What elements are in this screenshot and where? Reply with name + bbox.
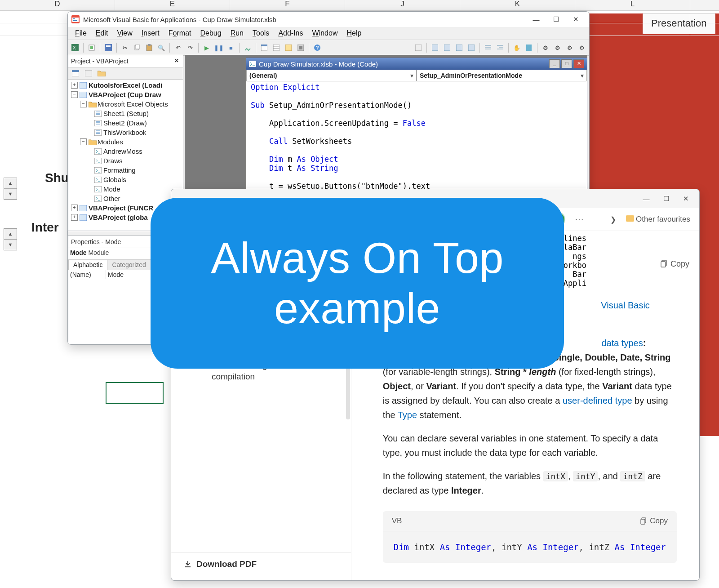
minimize-button[interactable]: _ <box>549 59 560 68</box>
close-button[interactable]: ✕ <box>676 192 696 205</box>
toolbar-icon[interactable] <box>442 42 453 53</box>
spinner-control[interactable]: ▲▼ <box>4 228 17 250</box>
maximize-button[interactable]: ☐ <box>656 192 676 205</box>
tree-module[interactable]: Draws <box>103 157 123 165</box>
menu-run[interactable]: Run <box>226 27 248 39</box>
find-icon[interactable]: 🔍 <box>156 42 167 53</box>
tree-module[interactable]: AndrewMoss <box>103 147 142 155</box>
link-type[interactable]: Type <box>398 410 417 420</box>
vba-titlebar[interactable]: Microsoft Visual Basic for Applications … <box>68 12 589 27</box>
svg-rect-51 <box>94 196 102 202</box>
col-header[interactable]: M <box>690 0 719 10</box>
maximize-button[interactable]: □ <box>561 59 572 68</box>
cut-icon[interactable]: ✂ <box>120 42 130 53</box>
menu-view[interactable]: View <box>112 27 137 39</box>
reset-icon[interactable]: ■ <box>226 42 236 53</box>
link-data-types[interactable]: data types <box>601 338 643 348</box>
menu-debug[interactable]: Debug <box>196 27 226 39</box>
menu-window[interactable]: Window <box>308 27 342 39</box>
minimize-button[interactable]: — <box>526 13 546 26</box>
procedure-dropdown[interactable]: Setup_AdminOrPresentationMode <box>417 70 587 81</box>
object-browser-icon[interactable] <box>283 42 294 53</box>
hand-icon[interactable]: ✋ <box>511 42 522 53</box>
toolbar-icon[interactable] <box>454 42 465 53</box>
paste-icon[interactable] <box>144 42 155 53</box>
toolbar-icon[interactable] <box>430 42 440 53</box>
tree-module[interactable]: Formatting <box>103 166 136 174</box>
design-mode-icon[interactable] <box>242 42 253 53</box>
close-button[interactable]: ✕ <box>566 13 586 26</box>
tab-alphabetic[interactable]: Alphabetic <box>68 260 107 270</box>
tab-categorized[interactable]: Categorized <box>107 260 151 270</box>
undo-icon[interactable]: ↶ <box>173 42 183 53</box>
col-header[interactable]: E <box>115 0 230 10</box>
svg-rect-38 <box>94 120 102 126</box>
menu-insert[interactable]: Insert <box>137 27 164 39</box>
object-dropdown[interactable]: (General) <box>246 70 417 81</box>
more-icon[interactable]: ··· <box>575 215 584 224</box>
close-icon[interactable]: ✕ <box>173 58 180 65</box>
copy-button[interactable]: Copy <box>640 515 668 527</box>
tree-module[interactable]: Mode <box>103 185 120 193</box>
selected-cell[interactable] <box>106 382 164 404</box>
toolbar-icon[interactable]: ⚙ <box>577 42 587 53</box>
tree-project[interactable]: VBAProject (FUNCR <box>89 204 153 212</box>
close-button[interactable]: ✕ <box>573 59 584 68</box>
code-inline: intZ <box>620 471 645 481</box>
toolbar-excel-icon[interactable]: X <box>70 42 80 53</box>
link-udt[interactable]: user-defined type <box>563 396 632 405</box>
toolbar-icon[interactable]: ⚙ <box>552 42 563 53</box>
menu-edit[interactable]: Edit <box>91 27 113 39</box>
menu-tools[interactable]: Tools <box>248 27 274 39</box>
copy-icon[interactable] <box>132 42 142 53</box>
chevron-right-icon[interactable]: ❯ <box>610 215 616 224</box>
tree-sheet[interactable]: Sheet2 (Draw) <box>103 119 147 127</box>
minimize-button[interactable]: — <box>636 192 656 205</box>
favourites-folder[interactable]: Other favourites <box>626 215 690 224</box>
tree-folder[interactable]: Microsoft Excel Objects <box>98 100 168 108</box>
properties-icon[interactable] <box>271 42 282 53</box>
view-code-icon[interactable] <box>70 68 81 79</box>
menu-file[interactable]: File <box>71 27 91 39</box>
tree-workbook[interactable]: ThisWorkbook <box>103 129 146 136</box>
code-window-titlebar[interactable]: Cup Draw Simulator.xlsb - Mode (Code) _ … <box>246 58 587 70</box>
col-header[interactable]: F <box>230 0 345 10</box>
tree-folder[interactable]: Modules <box>98 138 123 146</box>
maximize-button[interactable]: ☐ <box>546 13 566 26</box>
redo-icon[interactable]: ↷ <box>185 42 195 53</box>
col-header[interactable]: J <box>345 0 460 10</box>
tree-project[interactable]: VBAProject (globa <box>89 214 148 221</box>
run-icon[interactable]: ▶ <box>201 42 212 53</box>
help-icon[interactable]: ? <box>312 42 323 53</box>
break-icon[interactable]: ❚❚ <box>213 42 224 53</box>
toolbar-icon[interactable] <box>466 42 477 53</box>
col-header[interactable]: L <box>575 0 690 10</box>
col-header[interactable]: K <box>460 0 575 10</box>
menu-format[interactable]: Format <box>164 27 196 39</box>
col-header[interactable]: D <box>0 0 115 10</box>
spinner-control[interactable]: ▲▼ <box>4 178 17 200</box>
toolbox-icon[interactable] <box>295 42 306 53</box>
folder-icon[interactable] <box>96 68 107 79</box>
toolbar-icon[interactable]: ⚙ <box>564 42 575 53</box>
prop-type: Module <box>88 249 109 256</box>
outdent-icon[interactable] <box>495 42 506 53</box>
toolbar-insert-icon[interactable] <box>86 42 97 53</box>
toolbar-icon[interactable] <box>413 42 424 53</box>
bookmark-icon[interactable] <box>524 42 534 53</box>
tree-project[interactable]: VBAProject (Cup Draw <box>89 91 161 98</box>
tree-module[interactable]: Globals <box>103 176 126 183</box>
project-explorer-icon[interactable] <box>259 42 270 53</box>
tree-module[interactable]: Other <box>103 195 120 202</box>
copy-button[interactable]: Copy <box>661 258 689 271</box>
save-icon[interactable] <box>103 42 114 53</box>
view-object-icon[interactable] <box>83 68 94 79</box>
prop-value[interactable]: Mode <box>106 270 125 279</box>
indent-icon[interactable] <box>483 42 493 53</box>
menu-help[interactable]: Help <box>342 27 366 39</box>
menu-addins[interactable]: Add-Ins <box>274 27 307 39</box>
toolbar-icon[interactable]: ⚙ <box>540 42 551 53</box>
download-pdf-button[interactable]: Download PDF <box>171 552 351 576</box>
tree-sheet[interactable]: Sheet1 (Setup) <box>103 110 149 117</box>
tree-project[interactable]: KutoolsforExcel (Loadi <box>89 81 162 89</box>
